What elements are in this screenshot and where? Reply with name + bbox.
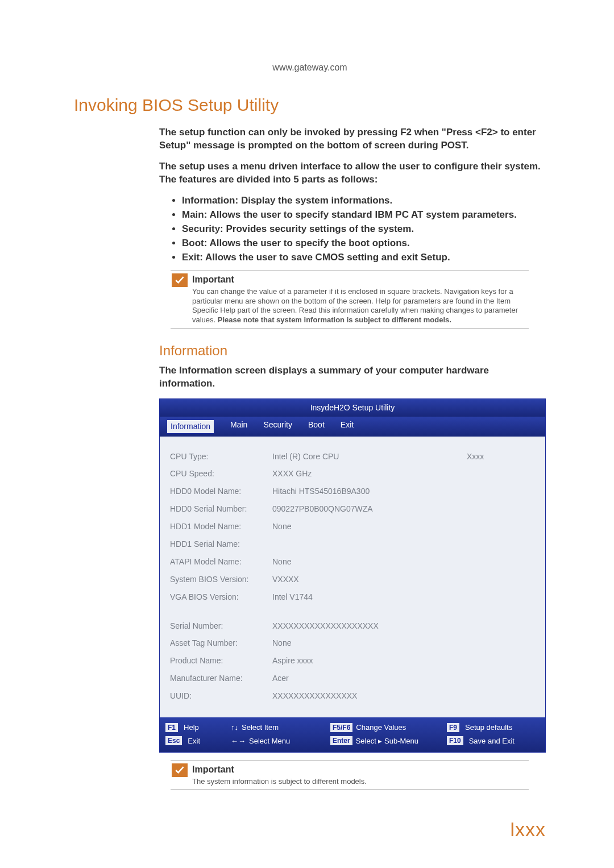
bios-row: ATAPI Model Name:None (170, 553, 535, 571)
bios-value: 090227PB0B00QNG07WZA (272, 504, 467, 514)
bios-footer: F1Help ↑↓Select Item F5/F6Change Values … (160, 717, 545, 752)
arrows-leftright-icon: ←→ (231, 736, 246, 746)
bios-label: CPU Speed: (170, 468, 272, 479)
footer-row-1: F1Help ↑↓Select Item F5/F6Change Values … (165, 721, 540, 734)
note-text: You can change the value of a parameter … (192, 287, 528, 325)
bios-value: XXXX GHz (272, 468, 467, 479)
save-exit-label: Save and Exit (469, 736, 515, 746)
bios-value: None (272, 521, 467, 532)
bios-value: Aspire xxxx (272, 655, 535, 666)
bios-row: VGA BIOS Version:Intel V1744 (170, 588, 535, 606)
information-heading: Information (159, 342, 546, 360)
note-title: Important (192, 763, 367, 776)
bios-row: UUID:XXXXXXXXXXXXXXXX (170, 687, 535, 705)
bios-label: HDD1 Serial Name: (170, 539, 272, 550)
bios-row: CPU Speed:XXXX GHz (170, 465, 535, 483)
bios-label: HDD0 Serial Number: (170, 504, 272, 514)
body-content: The setup function can only be invoked b… (159, 126, 546, 790)
page-number: lxxx (74, 819, 546, 841)
tab-exit[interactable]: Exit (341, 420, 354, 434)
bios-value: Acer (272, 673, 535, 684)
bios-label: HDD1 Model Name: (170, 521, 272, 532)
bios-row: HDD0 Serial Number:090227PB0B00QNG07WZA (170, 500, 535, 518)
header-url: www.gateway.com (74, 63, 546, 73)
bios-label: UUID: (170, 691, 272, 701)
bios-row: Product Name:Aspire xxxx (170, 652, 535, 670)
bios-value: VXXXX (272, 574, 467, 585)
note-title: Important (192, 273, 528, 286)
select-menu-label: Select Menu (249, 736, 290, 746)
bios-row: HDD0 Model Name:Hitachi HTS545016B9A300 (170, 483, 535, 500)
bios-tab-bar: Information Main Security Boot Exit (160, 417, 545, 437)
bios-value (272, 539, 467, 550)
check-icon (172, 763, 188, 777)
bios-value: XXXXXXXXXXXXXXXX (272, 691, 535, 701)
bios-row: Manufacturer Name:Acer (170, 670, 535, 687)
paragraph-1: The setup function can only be invoked b… (159, 126, 546, 152)
note-text: The system information is subject to dif… (192, 777, 367, 787)
bios-row: Serial Number:XXXXXXXXXXXXXXXXXXXX (170, 617, 535, 635)
bios-label: System BIOS Version: (170, 574, 272, 585)
tab-boot[interactable]: Boot (308, 420, 325, 434)
feature-list: Information: Display the system informat… (159, 194, 546, 264)
bios-label: VGA BIOS Version: (170, 592, 272, 603)
list-item: Boot: Allows the user to specify the boo… (182, 237, 546, 250)
bios-label: Product Name: (170, 655, 272, 666)
tab-information[interactable]: Information (167, 420, 214, 434)
exit-label: Exit (188, 736, 200, 746)
check-icon (172, 273, 188, 287)
bios-value: XXXXXXXXXXXXXXXXXXXX (272, 621, 535, 632)
key-f10: F10 (447, 736, 463, 745)
key-f2-bracket: <F2> (475, 127, 498, 138)
bios-label: HDD0 Model Name: (170, 486, 272, 497)
page-title: Invoking BIOS Setup Utility (74, 95, 546, 115)
text-bold: Please note that system information is s… (218, 315, 451, 324)
bios-extra (467, 539, 535, 550)
change-values-label: Change Values (356, 722, 406, 733)
arrows-updown-icon: ↑↓ (231, 722, 238, 733)
bios-row: System BIOS Version:VXXXX (170, 571, 535, 588)
bios-label: Serial Number: (170, 621, 272, 632)
bios-label: Manufacturer Name: (170, 673, 272, 684)
setup-defaults-label: Setup defaults (465, 722, 512, 733)
bios-extra (467, 468, 535, 479)
key-enter: Enter (330, 736, 352, 745)
information-para: The Information screen displays a summar… (159, 364, 546, 391)
select-item-label: Select Item (242, 722, 279, 733)
bios-window: InsydeH2O Setup Utility Information Main… (159, 398, 546, 753)
bios-label: ATAPI Model Name: (170, 556, 272, 567)
bios-row: HDD1 Model Name:None (170, 518, 535, 535)
important-note-2: Important The system information is subj… (171, 761, 529, 790)
bios-value: Intel (R) Core CPU (272, 451, 467, 462)
bios-extra (467, 574, 535, 585)
tab-main[interactable]: Main (230, 420, 247, 434)
list-item: Information: Display the system informat… (182, 194, 546, 207)
bios-value: None (272, 556, 467, 567)
key-f5f6: F5/F6 (330, 723, 352, 732)
list-item: Exit: Allows the user to save CMOS setti… (182, 251, 546, 264)
bios-value: Intel V1744 (272, 592, 467, 603)
text: when "Press (412, 127, 475, 138)
bios-extra (467, 521, 535, 532)
bios-content: CPU Type:Intel (R) Core CPUXxxxCPU Speed… (160, 437, 545, 717)
bios-extra (467, 556, 535, 567)
bios-extra (467, 486, 535, 497)
bios-value: Hitachi HTS545016B9A300 (272, 486, 467, 497)
help-label: Help (184, 722, 199, 733)
bios-extra (467, 504, 535, 514)
bios-row: HDD1 Serial Name: (170, 535, 535, 553)
bios-label: Asset Tag Number: (170, 638, 272, 649)
bios-label: CPU Type: (170, 451, 272, 462)
bios-extra: Xxxx (467, 451, 535, 462)
footer-row-2: EscExit ←→Select Menu EnterSelect ▸ Sub-… (165, 734, 540, 748)
text: The setup function can only be invoked b… (159, 127, 400, 138)
list-item: Security: Provides security settings of … (182, 223, 546, 236)
key-f1: F1 (165, 723, 178, 732)
bios-row: CPU Type:Intel (R) Core CPUXxxx (170, 448, 535, 466)
bios-row: Asset Tag Number:None (170, 634, 535, 652)
tab-security[interactable]: Security (263, 420, 292, 434)
paragraph-2: The setup uses a menu driven interface t… (159, 160, 546, 186)
bios-title-bar: InsydeH2O Setup Utility (160, 399, 545, 417)
select-submenu-label: Select ▸ Sub-Menu (356, 736, 418, 746)
key-esc: Esc (165, 736, 182, 745)
